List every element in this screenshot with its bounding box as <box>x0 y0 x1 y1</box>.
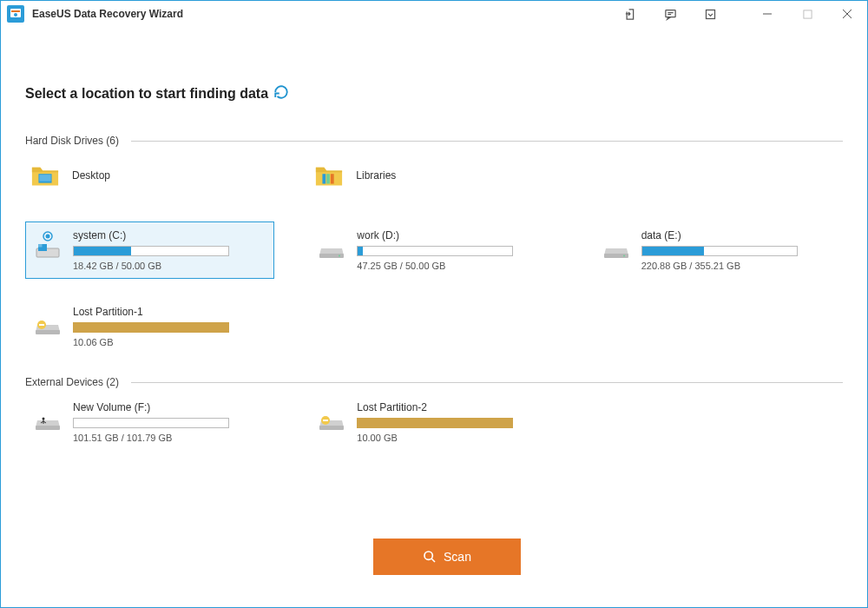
drive-c-name: system (C:) <box>73 229 268 241</box>
drive-e-size: 220.88 GB / 355.21 GB <box>641 261 837 271</box>
svg-rect-7 <box>803 10 811 17</box>
feedback-icon[interactable] <box>650 1 690 27</box>
section-ext-title: External Devices (2) <box>25 376 119 388</box>
drive-e-name: data (E:) <box>641 229 837 241</box>
location-desktop-label: Desktop <box>72 169 110 182</box>
svg-point-3 <box>14 13 17 17</box>
drive-data-e[interactable]: data (E:) 220.88 GB / 355.21 GB <box>594 221 843 279</box>
svg-rect-24 <box>36 330 60 334</box>
radio-selected-icon <box>43 229 53 240</box>
svg-line-33 <box>431 558 435 562</box>
svg-rect-19 <box>38 244 43 248</box>
drive-e-bar <box>641 246 798 256</box>
section-ext-header: External Devices (2) <box>25 376 843 388</box>
divider <box>131 141 843 142</box>
location-libraries[interactable]: Libraries <box>309 155 558 195</box>
svg-point-23 <box>623 255 625 257</box>
svg-point-32 <box>424 552 432 559</box>
drive-d-name: work (D:) <box>357 229 552 241</box>
section-hdd-header: Hard Disk Drives (6) <box>25 135 843 147</box>
drive-system-c[interactable]: system (C:) 18.42 GB / 50.00 GB <box>25 221 274 279</box>
drive-lost1-bar <box>73 322 229 333</box>
scan-button-label: Scan <box>444 550 471 564</box>
drive-new-volume-f[interactable]: New Volume (F:) 101.51 GB / 101.79 GB <box>25 393 274 451</box>
location-desktop[interactable]: Desktop <box>25 155 274 195</box>
drive-work-d[interactable]: work (D:) 47.25 GB / 50.00 GB <box>309 221 558 279</box>
svg-rect-5 <box>706 10 714 18</box>
drive-lost2-bar <box>357 418 513 428</box>
svg-rect-2 <box>11 10 20 12</box>
app-logo-icon <box>6 4 25 23</box>
svg-rect-29 <box>319 426 344 430</box>
page-headline: Select a location to start finding data <box>25 84 843 103</box>
minimize-button[interactable] <box>747 1 787 27</box>
divider <box>131 382 843 383</box>
drive-c-size: 18.42 GB / 50.00 GB <box>73 261 268 271</box>
windows-drive-icon <box>36 243 60 259</box>
drive-lost-partition-1[interactable]: Lost Partition-1 10.06 GB <box>25 298 274 355</box>
headline-text: Select a location to start finding data <box>25 86 268 102</box>
drive-lost2-name: Lost Partition-2 <box>357 401 552 413</box>
svg-rect-27 <box>36 426 60 430</box>
refresh-icon[interactable] <box>273 84 289 103</box>
import-icon[interactable] <box>610 1 650 27</box>
scan-button[interactable]: Scan <box>373 539 521 575</box>
drive-d-size: 47.25 GB / 50.00 GB <box>357 261 552 271</box>
location-libraries-label: Libraries <box>356 169 396 182</box>
drive-lost-partition-2[interactable]: Lost Partition-2 10.00 GB <box>309 393 558 451</box>
titlebar: EaseUS Data Recovery Wizard <box>1 1 867 27</box>
lost-partition-icon <box>36 320 60 335</box>
menu-dropdown-icon[interactable] <box>690 1 730 27</box>
hdd-icon <box>604 243 628 259</box>
section-hdd-title: Hard Disk Drives (6) <box>25 135 119 147</box>
svg-rect-14 <box>331 174 334 183</box>
svg-rect-13 <box>326 174 330 183</box>
svg-rect-4 <box>665 10 674 17</box>
svg-point-16 <box>46 235 50 239</box>
lost-partition-icon <box>319 415 344 431</box>
desktop-folder-icon <box>30 162 60 188</box>
drive-lost1-name: Lost Partition-1 <box>73 306 268 318</box>
drive-lost2-size: 10.00 GB <box>357 433 552 443</box>
drive-f-name: New Volume (F:) <box>73 401 268 413</box>
svg-point-21 <box>339 255 340 257</box>
close-button[interactable] <box>827 1 867 27</box>
svg-rect-31 <box>323 420 328 421</box>
drive-c-bar <box>73 246 229 256</box>
usb-drive-icon <box>36 415 60 431</box>
drive-f-size: 101.51 GB / 101.79 GB <box>73 433 268 443</box>
hdd-icon <box>319 243 344 259</box>
drive-lost1-size: 10.06 GB <box>73 337 268 347</box>
svg-rect-11 <box>39 175 50 182</box>
app-title: EaseUS Data Recovery Wizard <box>32 8 610 20</box>
search-icon <box>423 550 437 564</box>
maximize-button[interactable] <box>787 1 827 27</box>
svg-rect-12 <box>323 174 326 183</box>
libraries-folder-icon <box>314 162 344 188</box>
svg-rect-26 <box>39 324 44 326</box>
drive-d-bar <box>357 246 513 256</box>
drive-f-bar <box>73 418 229 428</box>
